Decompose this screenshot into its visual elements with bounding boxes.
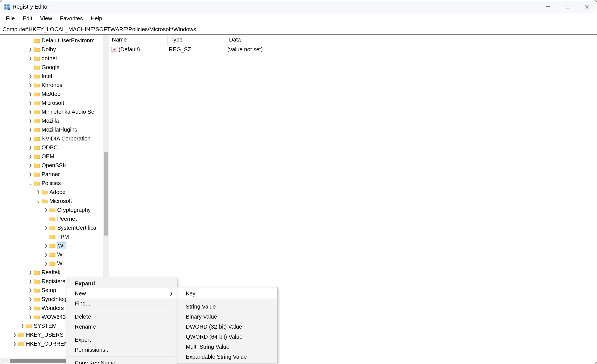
- tree-item[interactable]: ❯Mozilla: [0, 116, 103, 125]
- chevron-right-icon[interactable]: ❯: [44, 225, 48, 230]
- ctx-delete[interactable]: Delete: [66, 312, 177, 322]
- chevron-right-icon[interactable]: ❯: [28, 136, 33, 141]
- tree-item[interactable]: ❯Realtek: [0, 268, 103, 277]
- menu-help[interactable]: Help: [87, 14, 106, 23]
- tree-item[interactable]: ❯Adobe: [0, 188, 103, 196]
- tree-item[interactable]: ❯Cryptography: [0, 205, 103, 214]
- column-header-data[interactable]: Data: [226, 35, 353, 45]
- column-header-type[interactable]: Type: [168, 35, 226, 45]
- close-button[interactable]: [577, 0, 597, 13]
- tree-item[interactable]: ❯MozillaPlugins: [0, 125, 103, 134]
- chevron-right-icon[interactable]: ❯: [28, 172, 33, 176]
- tree-item[interactable]: ❯SystemCertifica: [0, 223, 103, 232]
- tree-item-label: SystemCertifica: [57, 225, 96, 231]
- chevron-right-icon[interactable]: ❯: [36, 190, 40, 194]
- tree-item[interactable]: ❯Wi: [0, 241, 103, 250]
- tree-item[interactable]: ❯DefaultUserEnvironm: [0, 36, 103, 45]
- menu-file[interactable]: File: [2, 14, 19, 23]
- tree-item[interactable]: ❯ODBC: [0, 143, 103, 152]
- address-bar[interactable]: Computer\HKEY_LOCAL_MACHINE\SOFTWARE\Pol…: [0, 24, 597, 35]
- chevron-down-icon[interactable]: ⌄: [36, 199, 40, 203]
- tree-item[interactable]: ❯Dolby: [0, 45, 103, 54]
- tree-item[interactable]: ⌄Policies: [0, 179, 103, 188]
- tree-item[interactable]: ❯Peernet: [0, 214, 103, 223]
- chevron-right-icon[interactable]: ❯: [44, 243, 48, 248]
- folder-icon: [34, 109, 40, 114]
- chevron-right-icon[interactable]: ❯: [28, 297, 33, 301]
- chevron-right-icon[interactable]: ❯: [28, 154, 33, 159]
- ctx-new-key[interactable]: Key: [177, 288, 277, 299]
- tree-item[interactable]: ❯Wi: [0, 250, 103, 259]
- chevron-right-icon[interactable]: ❯: [28, 127, 33, 132]
- tree-item[interactable]: ❯NVIDIA Corporation: [0, 134, 103, 143]
- vertical-scroll-thumb[interactable]: [104, 152, 108, 236]
- column-header-name[interactable]: Name: [109, 35, 168, 45]
- chevron-right-icon[interactable]: ❯: [28, 288, 33, 292]
- tree-item[interactable]: ❯OEM: [0, 152, 103, 161]
- tree-item-label: Minnetonka Audio Sc: [42, 109, 94, 115]
- chevron-right-icon[interactable]: ❯: [28, 92, 33, 96]
- tree-item[interactable]: ❯OpenSSH: [0, 161, 103, 170]
- folder-icon: [42, 190, 48, 195]
- ctx-copy-key-name[interactable]: Copy Key Name: [66, 358, 177, 364]
- chevron-right-icon[interactable]: ❯: [28, 110, 33, 114]
- tree-item[interactable]: ⌄Microsoft: [0, 196, 103, 205]
- ctx-new[interactable]: New ❯: [66, 288, 177, 299]
- chevron-right-icon[interactable]: ❯: [28, 83, 33, 87]
- chevron-right-icon[interactable]: ❯: [28, 315, 33, 319]
- ctx-rename[interactable]: Rename: [66, 322, 177, 332]
- ctx-new-dword[interactable]: DWORD (32-bit) Value: [177, 322, 277, 332]
- ctx-new-multistring[interactable]: Multi-String Value: [177, 342, 277, 352]
- ctx-new-string[interactable]: String Value: [177, 302, 277, 312]
- chevron-right-icon[interactable]: ❯: [20, 324, 25, 328]
- titlebar[interactable]: Registry Editor: [0, 0, 597, 13]
- menu-bar: File Edit View Favorites Help: [0, 13, 597, 24]
- tree-item[interactable]: ❯Partner: [0, 170, 103, 179]
- chevron-right-icon[interactable]: ❯: [13, 341, 17, 346]
- tree-item[interactable]: ❯Minnetonka Audio Sc: [0, 107, 103, 116]
- registry-editor-window: Registry Editor File Edit View Favorites…: [0, 0, 597, 364]
- menu-view[interactable]: View: [36, 14, 56, 23]
- chevron-right-icon[interactable]: ❯: [28, 56, 33, 60]
- chevron-right-icon[interactable]: ❯: [28, 118, 33, 123]
- ctx-find[interactable]: Find...: [66, 299, 177, 309]
- horizontal-scroll-thumb[interactable]: [10, 359, 74, 363]
- ctx-new-binary[interactable]: Binary Value: [177, 312, 277, 322]
- folder-icon: [34, 91, 40, 96]
- window-title: Registry Editor: [13, 4, 49, 10]
- chevron-right-icon[interactable]: ❯: [44, 208, 48, 212]
- menu-favorites[interactable]: Favorites: [56, 14, 87, 23]
- tree-item[interactable]: ❯Intel: [0, 72, 103, 81]
- tree-item[interactable]: ❯Google: [0, 63, 103, 72]
- list-row[interactable]: ab (Default) REG_SZ (value not set): [109, 45, 353, 54]
- tree-item[interactable]: ❯Khronos: [0, 81, 103, 89]
- tree-item[interactable]: ❯dotnet: [0, 54, 103, 63]
- ctx-expand[interactable]: Expand: [66, 278, 177, 288]
- ctx-export[interactable]: Export: [66, 335, 177, 345]
- chevron-right-icon[interactable]: ❯: [13, 333, 17, 337]
- chevron-right-icon[interactable]: ❯: [28, 270, 33, 275]
- ctx-new-qword[interactable]: QWORD (64-bit) Value: [177, 332, 277, 342]
- menu-edit[interactable]: Edit: [19, 14, 36, 23]
- chevron-right-icon[interactable]: ❯: [28, 47, 33, 52]
- chevron-right-icon[interactable]: ❯: [28, 279, 33, 283]
- chevron-right-icon[interactable]: ❯: [28, 101, 33, 105]
- chevron-right-icon[interactable]: ❯: [28, 306, 33, 310]
- client-area: ❯DefaultUserEnvironm❯Dolby❯dotnet❯Google…: [0, 35, 597, 364]
- chevron-right-icon[interactable]: ❯: [28, 163, 33, 168]
- chevron-right-icon[interactable]: ❯: [28, 74, 33, 78]
- tree-item[interactable]: ❯McAfee: [0, 89, 103, 98]
- tree-item[interactable]: ❯Wi: [0, 259, 103, 268]
- minimize-button[interactable]: [538, 0, 558, 13]
- ctx-permissions[interactable]: Permissions...: [66, 345, 177, 355]
- tree-item[interactable]: ❯Microsoft: [0, 98, 103, 107]
- folder-icon: [18, 332, 24, 337]
- chevron-right-icon[interactable]: ❯: [44, 261, 48, 266]
- ctx-new-expandstring[interactable]: Expandable String Value: [177, 352, 277, 362]
- chevron-down-icon[interactable]: ⌄: [28, 181, 33, 185]
- chevron-right-icon[interactable]: ❯: [44, 252, 48, 257]
- chevron-right-icon[interactable]: ❯: [28, 145, 33, 150]
- maximize-button[interactable]: [558, 0, 577, 13]
- tree-item[interactable]: ❯TPM: [0, 232, 103, 241]
- list-header[interactable]: Name Type Data: [109, 35, 353, 45]
